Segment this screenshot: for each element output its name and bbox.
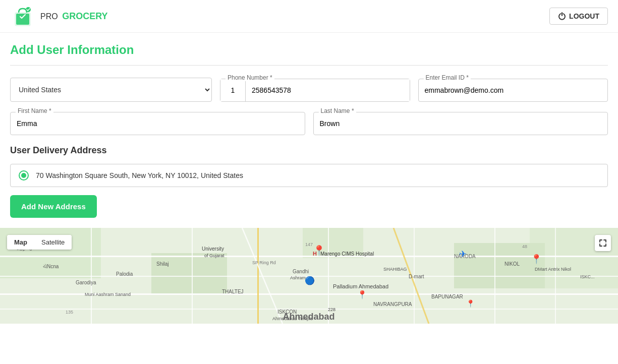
svg-text:📍: 📍 (466, 299, 475, 308)
first-name-field: First Name * (10, 112, 305, 135)
map-svg: આદ઼ જ ચૅNcna Garodiya Palodia Shilaj Uni… (0, 228, 618, 324)
svg-text:THALTEJ: THALTEJ (222, 289, 244, 294)
svg-text:SP Ring Rd: SP Ring Rd (252, 260, 276, 265)
svg-text:BAPUNAGAR: BAPUNAGAR (431, 294, 463, 299)
svg-text:of Gujarat: of Gujarat (204, 253, 224, 258)
phone-label: Phone Number * (226, 74, 274, 81)
svg-text:Ahmedabad: Ahmedabad (283, 312, 334, 322)
map-tab-button[interactable]: Map (7, 235, 34, 250)
logout-button[interactable]: LOGOUT (549, 8, 608, 25)
svg-text:D-mart: D-mart (409, 274, 424, 279)
svg-text:✈: ✈ (459, 249, 467, 259)
last-name-field: Last Name * (313, 112, 608, 135)
svg-rect-12 (0, 309, 618, 310)
add-address-button[interactable]: Add New Address (10, 195, 97, 218)
svg-text:ચૅNcna: ચૅNcna (43, 264, 59, 269)
svg-rect-15 (257, 228, 259, 324)
svg-text:SHAHIBAG: SHAHIBAG (383, 267, 407, 272)
first-name-input[interactable] (11, 112, 305, 135)
logo: PRO GROCERY (10, 4, 107, 29)
power-icon (558, 12, 566, 20)
svg-text:🔵: 🔵 (305, 276, 315, 285)
svg-rect-14 (192, 228, 193, 324)
phone-field: Phone Number * (220, 79, 410, 102)
svg-rect-13 (91, 228, 92, 324)
svg-text:147: 147 (305, 242, 313, 247)
email-label: Enter Email ID * (424, 74, 471, 81)
svg-text:Ashram: Ashram (290, 275, 306, 280)
satellite-tab-button[interactable]: Satellite (34, 235, 72, 250)
phone-number-input[interactable] (246, 79, 410, 101)
svg-text:NIKOL: NIKOL (504, 261, 520, 267)
svg-text:Garodiya: Garodiya (76, 280, 96, 285)
svg-text:DMart Antrix Nikol: DMart Antrix Nikol (535, 267, 571, 272)
svg-text:Shilaj: Shilaj (156, 261, 168, 267)
first-name-label: First Name * (16, 107, 53, 114)
logo-text: PRO GROCERY (40, 11, 107, 22)
expand-icon (599, 239, 607, 247)
svg-rect-18 (494, 228, 495, 324)
svg-rect-1 (16, 14, 29, 25)
svg-text:135: 135 (66, 310, 73, 315)
address-radio[interactable] (19, 170, 29, 180)
svg-text:📍: 📍 (531, 254, 542, 265)
map-container: આદ઼ જ ચૅNcna Garodiya Palodia Shilaj Uni… (0, 228, 618, 324)
grocery-icon (10, 4, 35, 29)
email-field: Enter Email ID * (418, 79, 608, 102)
svg-rect-19 (555, 228, 556, 324)
svg-text:ISKC...: ISKC... (580, 274, 595, 279)
form-row-1: United States Canada United Kingdom Aust… (10, 78, 608, 102)
radio-dot-inner (21, 173, 26, 178)
country-select[interactable]: United States Canada United Kingdom Aust… (10, 78, 212, 102)
header: PRO GROCERY LOGOUT (0, 0, 618, 33)
divider (10, 65, 608, 66)
map-expand-button[interactable] (595, 235, 611, 251)
last-name-input[interactable] (314, 112, 608, 135)
last-name-label: Last Name * (319, 107, 356, 114)
svg-text:📍: 📍 (313, 245, 325, 257)
svg-rect-9 (0, 256, 618, 257)
svg-text:📍: 📍 (357, 290, 367, 299)
address-text: 70 Washington Square South, New York, NY… (36, 171, 243, 179)
svg-text:Palodia: Palodia (116, 271, 133, 277)
svg-text:Marengo CIMS Hospital: Marengo CIMS Hospital (320, 251, 374, 257)
svg-text:48: 48 (522, 244, 527, 249)
email-input[interactable] (419, 79, 608, 101)
phone-code-input[interactable] (220, 79, 246, 101)
svg-text:Muni Aashram Sanand: Muni Aashram Sanand (85, 292, 131, 297)
svg-rect-5 (151, 253, 227, 293)
svg-text:NAVRANGPURA: NAVRANGPURA (373, 301, 412, 307)
delivery-section-title: User Delivery Address (10, 145, 608, 156)
map-background: આદ઼ જ ચૅNcna Garodiya Palodia Shilaj Uni… (0, 228, 618, 324)
country-field: United States Canada United Kingdom Aust… (10, 78, 212, 102)
address-row: 70 Washington Square South, New York, NY… (10, 164, 608, 187)
page-title: Add User Information (10, 43, 608, 57)
svg-text:Palladium Ahmedabad: Palladium Ahmedabad (333, 283, 388, 289)
main-content: Add User Information United States Canad… (0, 33, 618, 228)
svg-text:University: University (202, 246, 224, 252)
map-toggle: Map Satellite (7, 235, 72, 250)
form-row-2: First Name * Last Name * (10, 112, 608, 135)
svg-text:Gandhi: Gandhi (293, 269, 309, 274)
